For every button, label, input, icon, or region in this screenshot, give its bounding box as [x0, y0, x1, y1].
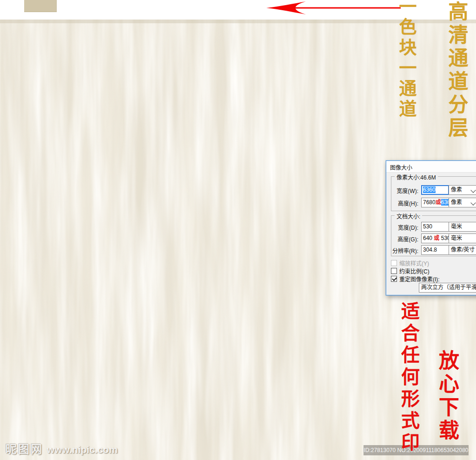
pixel-height-unit-select[interactable]: 像素 — [449, 198, 476, 207]
watermark-site-url: www.nipic.com — [47, 444, 118, 455]
annotation-download-with-confidence: 放心下载 — [432, 350, 462, 443]
chevron-down-icon — [470, 187, 476, 193]
pixel-size-legend: 像素大小:46.6M — [395, 173, 438, 181]
pixel-width-input[interactable]: 6360 — [421, 185, 449, 195]
resolution-label: 分辨率(R): — [392, 247, 418, 254]
resample-method-select[interactable]: 两次立方（适用于平滑渐变 — [419, 283, 476, 293]
site-watermark: 昵图网 www.nipic.com — [6, 440, 118, 456]
checkbox-icon[interactable] — [391, 268, 397, 274]
document-size-group: 文档大小: 宽度(D): 530 毫米 高度(G): 640 或 530 毫米 … — [391, 215, 476, 256]
pixel-height-input[interactable]: 7680或6360 — [421, 198, 452, 207]
image-size-dialog: 图像大小 像素大小:46.6M 宽度(W): 6360 像素 高度(H): 76… — [386, 160, 476, 295]
checkbox-icon — [391, 260, 397, 266]
resolution-input[interactable]: 304.8 — [421, 245, 450, 255]
color-swatch — [24, 0, 57, 12]
pixel-height-label: 高度(H): — [392, 199, 418, 207]
document-size-legend: 文档大小: — [395, 212, 422, 220]
red-arrow-left — [264, 1, 402, 15]
dialog-titlebar[interactable]: 图像大小 — [386, 161, 476, 173]
checkbox-label: 约束比例(C) — [399, 267, 430, 275]
doc-height-unit-select[interactable]: 毫米 — [449, 233, 476, 243]
dialog-checkbox-list: 缩放样式(Y)约束比例(C)重定图像像素(I): — [391, 259, 440, 283]
design-preview-canvas: 一色块一通道 高清通道分层 适合任何形式印 放心下载 图像大小 像素大小:46.… — [0, 0, 476, 460]
doc-width-unit-select[interactable]: 毫米 — [449, 222, 476, 232]
watermark-brand: 昵图网 — [6, 440, 43, 456]
checkbox-icon[interactable] — [391, 276, 397, 282]
dialog-checkbox-row: 重定图像像素(I): — [391, 275, 440, 282]
doc-width-input[interactable]: 530 — [421, 222, 450, 232]
doc-width-label: 宽度(D): — [392, 223, 418, 231]
doc-height-input[interactable]: 640 或 530 — [421, 233, 451, 243]
dialog-checkbox-row: 约束比例(C) — [391, 267, 440, 274]
resolution-unit-select[interactable]: 像素/英寸 — [449, 245, 476, 255]
annotation-one-color-block-one-channel: 一色块一通道 — [394, 0, 419, 120]
pixel-size-group: 像素大小:46.6M 宽度(W): 6360 像素 高度(H): 7680或63… — [391, 176, 476, 211]
annotation-fits-any-print-form: 适合任何形式印 — [396, 301, 423, 454]
doc-height-label: 高度(G): — [392, 235, 418, 243]
pixel-width-unit-select[interactable]: 像素 — [449, 185, 476, 195]
checkbox-label: 缩放样式(Y) — [399, 259, 429, 267]
checkbox-label: 重定图像像素(I): — [399, 275, 440, 283]
chevron-down-icon — [470, 200, 476, 205]
annotation-hd-channel-layers: 高清通道分层 — [442, 1, 471, 140]
dialog-title: 图像大小 — [390, 163, 412, 171]
dialog-checkbox-row: 缩放样式(Y) — [391, 259, 440, 267]
pixel-width-label: 宽度(W): — [392, 187, 418, 194]
